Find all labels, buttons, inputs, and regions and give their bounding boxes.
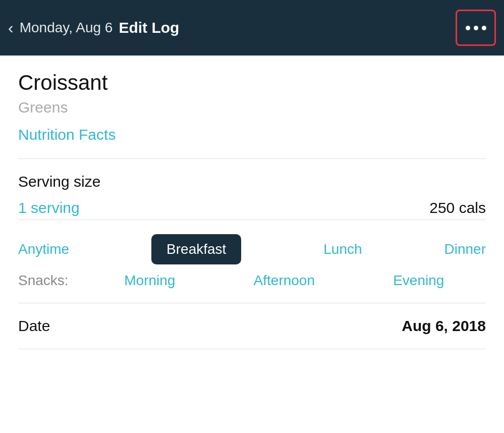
afternoon-option[interactable]: Afternoon: [217, 273, 351, 289]
meal-selector: Anytime Breakfast Lunch Dinner Snacks: M…: [0, 220, 504, 303]
dot-2: [474, 26, 478, 30]
date-label: Date: [18, 317, 50, 335]
date-row: Date Aug 6, 2018: [18, 317, 486, 335]
more-options-button[interactable]: [456, 10, 496, 46]
date-section: Date Aug 6, 2018: [0, 303, 504, 349]
serving-row: 1 serving 250 cals: [18, 199, 486, 216]
morning-option[interactable]: Morning: [83, 273, 217, 289]
calories-display: 250 cals: [429, 199, 486, 216]
header-date: Monday, Aug 6: [20, 20, 113, 36]
divider-4: [18, 349, 486, 349]
breakfast-option[interactable]: Breakfast: [151, 234, 241, 264]
divider-1: [18, 158, 486, 159]
snacks-row: Snacks: Morning Afternoon Evening: [18, 273, 486, 289]
food-brand: Greens: [18, 99, 486, 116]
header-title: Edit Log: [119, 19, 179, 36]
date-value: Aug 6, 2018: [402, 317, 486, 335]
dinner-option[interactable]: Dinner: [444, 241, 486, 257]
main-content: Croissant Greens Nutrition Facts Serving…: [0, 56, 504, 216]
nutrition-facts-link[interactable]: Nutrition Facts: [18, 126, 486, 143]
evening-option[interactable]: Evening: [352, 273, 486, 289]
serving-section-label: Serving size: [18, 173, 486, 190]
app-header: ‹ Monday, Aug 6 Edit Log: [0, 0, 504, 56]
dot-1: [466, 26, 470, 30]
back-button[interactable]: ‹: [8, 20, 14, 36]
more-dots-icon: [466, 26, 486, 30]
snacks-label: Snacks:: [18, 273, 69, 289]
food-name: Croissant: [18, 71, 486, 95]
anytime-option[interactable]: Anytime: [18, 241, 69, 257]
meal-row: Anytime Breakfast Lunch Dinner: [18, 234, 486, 264]
dot-3: [482, 26, 486, 30]
header-left: ‹ Monday, Aug 6 Edit Log: [8, 19, 179, 36]
lunch-option[interactable]: Lunch: [323, 241, 362, 257]
serving-size-selector[interactable]: 1 serving: [18, 199, 80, 216]
